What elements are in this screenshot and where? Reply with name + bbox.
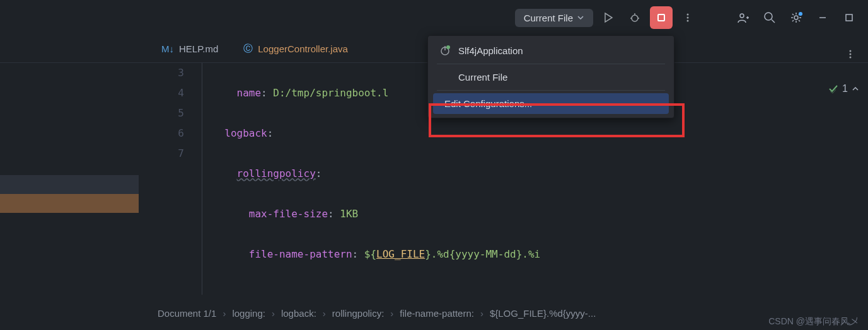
chevron-up-icon <box>852 85 859 93</box>
svg-point-7 <box>687 20 689 22</box>
tab-label: LoggerController.java <box>258 43 348 54</box>
menu-label: Current File <box>458 72 507 82</box>
power-icon <box>439 45 451 56</box>
maximize-icon <box>844 13 854 23</box>
svg-point-19 <box>850 57 852 59</box>
svg-point-8 <box>740 14 744 18</box>
search-button[interactable] <box>758 6 781 29</box>
maximize-button[interactable] <box>838 6 860 29</box>
svg-line-12 <box>772 20 775 23</box>
svg-rect-4 <box>658 14 664 21</box>
tab-label: HELP.md <box>179 43 218 54</box>
tab-options-button[interactable] <box>839 43 862 65</box>
watermark: CSDN @遇事问春风乄 <box>768 316 858 327</box>
markdown-icon: M↓ <box>161 43 174 54</box>
sidebar-item[interactable] <box>0 175 139 194</box>
play-icon <box>603 12 614 23</box>
menu-label: Edit Configurations... <box>444 98 532 109</box>
svg-point-13 <box>794 16 798 20</box>
code-with-me-button[interactable] <box>732 6 755 29</box>
svg-point-18 <box>850 54 852 55</box>
breadcrumb[interactable]: Document 1/1› logging:› logback:› rollin… <box>158 308 855 319</box>
chevron-down-icon <box>577 14 584 21</box>
run-config-dropdown[interactable]: Current File <box>515 9 593 27</box>
tab-help-md[interactable]: M↓ HELP.md <box>156 43 223 54</box>
line-gutter: 3 4 5 6 7 <box>147 63 202 295</box>
svg-rect-16 <box>846 14 852 21</box>
minimize-button[interactable] <box>811 6 834 29</box>
inspection-widget[interactable]: 1 <box>828 83 859 94</box>
stop-button[interactable] <box>650 6 673 29</box>
sidebar <box>0 175 139 213</box>
svg-point-11 <box>765 13 772 20</box>
svg-point-17 <box>850 50 852 52</box>
more-actions-button[interactable] <box>676 6 699 29</box>
minimize-icon <box>818 13 828 23</box>
check-icon <box>828 84 838 94</box>
class-icon: Ⓒ <box>243 43 253 55</box>
tab-logger-controller[interactable]: Ⓒ LoggerController.java <box>238 43 353 55</box>
person-add-icon <box>737 11 749 24</box>
sidebar-item[interactable] <box>0 194 139 213</box>
menu-label: Slf4jApplication <box>458 45 523 56</box>
bug-icon <box>629 12 640 23</box>
menu-separator <box>437 64 665 64</box>
svg-point-6 <box>687 17 689 19</box>
stop-icon <box>656 13 666 23</box>
search-icon <box>763 11 776 24</box>
svg-point-22 <box>446 45 450 49</box>
run-config-menu: Slf4jApplication Current File Edit Confi… <box>427 35 674 118</box>
main-toolbar: Current File <box>0 0 868 35</box>
menu-separator <box>437 90 665 91</box>
menu-item-current-file[interactable]: Current File <box>428 67 674 88</box>
run-button[interactable] <box>597 6 620 29</box>
menu-item-edit-configs[interactable]: Edit Configurations... <box>433 93 669 114</box>
debug-button[interactable] <box>623 6 646 29</box>
kebab-icon <box>683 13 693 23</box>
settings-button[interactable] <box>785 6 807 29</box>
run-config-label: Current File <box>524 13 573 23</box>
kebab-icon <box>845 49 855 59</box>
svg-point-5 <box>687 14 689 16</box>
svg-point-14 <box>799 12 802 16</box>
problems-count: 1 <box>842 83 848 94</box>
menu-item-slf4j[interactable]: Slf4jApplication <box>428 40 674 61</box>
svg-point-0 <box>632 15 638 21</box>
